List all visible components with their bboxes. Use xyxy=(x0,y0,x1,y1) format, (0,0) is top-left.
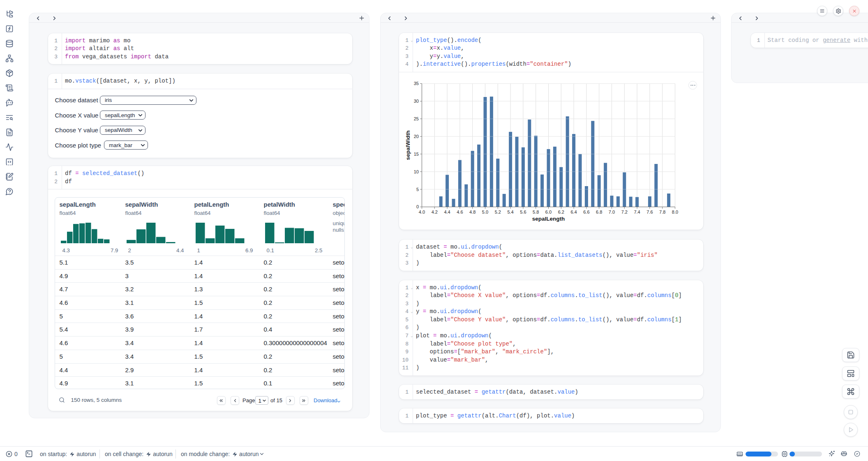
svg-text:5.0: 5.0 xyxy=(482,210,488,214)
svg-text:7.2: 7.2 xyxy=(621,210,628,214)
svg-text:10: 10 xyxy=(414,169,419,174)
svg-text:0: 0 xyxy=(416,204,419,209)
svg-text:30: 30 xyxy=(414,99,419,104)
svg-text:6.0: 6.0 xyxy=(545,210,552,214)
svg-text:6.4: 6.4 xyxy=(570,210,577,214)
svg-text:6.8: 6.8 xyxy=(596,210,602,214)
svg-text:5.2: 5.2 xyxy=(495,210,501,214)
svg-text:6.6: 6.6 xyxy=(583,210,589,214)
svg-text:4.0: 4.0 xyxy=(419,210,425,214)
svg-text:8.0: 8.0 xyxy=(672,210,678,214)
svg-text:5.4: 5.4 xyxy=(507,210,513,214)
svg-text:sepalLength: sepalLength xyxy=(532,216,565,222)
svg-text:7.6: 7.6 xyxy=(646,210,653,214)
svg-text:4.2: 4.2 xyxy=(432,210,438,214)
svg-text:15: 15 xyxy=(414,152,419,157)
svg-text:5.6: 5.6 xyxy=(520,210,526,214)
svg-text:35: 35 xyxy=(414,81,419,86)
svg-text:4.6: 4.6 xyxy=(457,210,463,214)
svg-text:7.4: 7.4 xyxy=(634,210,640,214)
svg-text:5: 5 xyxy=(416,187,419,191)
svg-text:20: 20 xyxy=(414,134,419,139)
svg-text:4.4: 4.4 xyxy=(444,210,450,214)
svg-text:7.8: 7.8 xyxy=(659,210,665,214)
svg-text:4.8: 4.8 xyxy=(469,210,476,214)
svg-text:6.2: 6.2 xyxy=(558,210,564,214)
svg-text:sepalWidth: sepalWidth xyxy=(405,131,411,160)
svg-text:7.0: 7.0 xyxy=(609,210,615,214)
svg-text:25: 25 xyxy=(414,116,419,121)
svg-text:5.8: 5.8 xyxy=(533,210,539,214)
